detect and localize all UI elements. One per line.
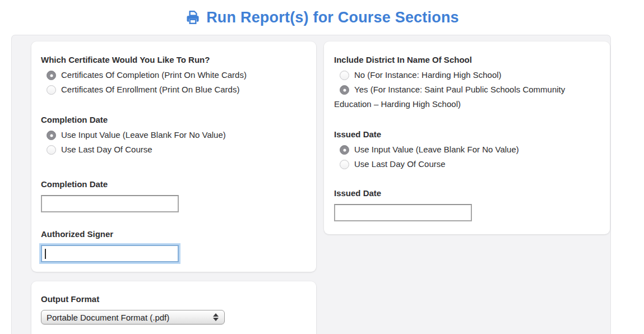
issued-date-choice-label: Issued Date bbox=[334, 129, 600, 140]
radio-button-icon[interactable] bbox=[340, 85, 349, 95]
print-icon bbox=[185, 10, 201, 25]
completion-date-input-wrap bbox=[41, 195, 179, 212]
radio-label: Use Input Value (Leave Blank For No Valu… bbox=[61, 130, 226, 140]
radio-button-icon[interactable] bbox=[340, 71, 349, 80]
select-stepper-icon bbox=[213, 313, 220, 321]
authorized-signer-field-label: Authorized Signer bbox=[41, 229, 306, 240]
radio-label: Certificates Of Completion (Print On Whi… bbox=[61, 70, 247, 80]
radio-completion-use-input-value[interactable]: Use Input Value (Leave Blank For No Valu… bbox=[41, 128, 306, 142]
district-options-card: Include District In Name Of School No (F… bbox=[324, 41, 610, 234]
page-title: Run Report(s) for Course Sections bbox=[185, 9, 459, 26]
radio-certificates-of-completion[interactable]: Certificates Of Completion (Print On Whi… bbox=[41, 68, 306, 82]
radio-button-icon[interactable] bbox=[340, 160, 349, 169]
radio-label: Use Last Day Of Course bbox=[61, 145, 152, 154]
page-title-text: Run Report(s) for Course Sections bbox=[206, 9, 459, 26]
issued-date-field-label: Issued Date bbox=[334, 188, 600, 199]
certificate-question-label: Which Certificate Would You Like To Run? bbox=[41, 54, 306, 66]
radio-issued-use-input-value[interactable]: Use Input Value (Leave Blank For No Valu… bbox=[334, 142, 600, 157]
issued-date-input[interactable] bbox=[334, 204, 472, 221]
radio-label: Yes (For Instance: Saint Paul Public Sch… bbox=[334, 85, 565, 109]
text-cursor bbox=[45, 249, 46, 259]
completion-date-field-label: Completion Date bbox=[41, 179, 306, 190]
output-format-select[interactable]: Portable Document Format (.pdf) bbox=[41, 310, 225, 324]
completion-date-radio-group: Use Input Value (Leave Blank For No Valu… bbox=[41, 128, 306, 157]
content-area: Which Certificate Would You Like To Run?… bbox=[11, 35, 611, 334]
radio-certificates-of-enrollment[interactable]: Certificates Of Enrollment (Print On Blu… bbox=[41, 82, 306, 97]
authorized-signer-input[interactable] bbox=[41, 245, 179, 262]
issued-date-radio-group: Use Input Value (Leave Blank For No Valu… bbox=[334, 142, 600, 171]
radio-button-icon[interactable] bbox=[47, 145, 56, 155]
output-format-label: Output Format bbox=[41, 294, 306, 305]
radio-issued-use-last-day[interactable]: Use Last Day Of Course bbox=[334, 157, 600, 171]
radio-label: Certificates Of Enrollment (Print On Blu… bbox=[61, 85, 239, 94]
authorized-signer-input-wrap bbox=[41, 245, 179, 262]
radio-button-icon[interactable] bbox=[47, 131, 56, 140]
output-format-selected-value: Portable Document Format (.pdf) bbox=[47, 313, 169, 322]
district-radio-group: No (For Instance: Harding High School) Y… bbox=[334, 68, 600, 112]
certificate-options-card: Which Certificate Would You Like To Run?… bbox=[31, 41, 316, 272]
radio-completion-use-last-day[interactable]: Use Last Day Of Course bbox=[41, 142, 306, 157]
radio-button-icon[interactable] bbox=[340, 145, 349, 155]
radio-button-icon[interactable] bbox=[47, 71, 56, 80]
radio-district-yes[interactable]: Yes (For Instance: Saint Paul Public Sch… bbox=[334, 82, 600, 112]
issued-date-input-wrap bbox=[334, 204, 472, 221]
certificate-radio-group: Certificates Of Completion (Print On Whi… bbox=[41, 68, 306, 97]
completion-date-input[interactable] bbox=[41, 195, 179, 212]
completion-date-choice-label: Completion Date bbox=[41, 114, 306, 126]
district-question-label: Include District In Name Of School bbox=[334, 54, 600, 66]
radio-label: No (For Instance: Harding High School) bbox=[354, 70, 502, 80]
radio-district-no[interactable]: No (For Instance: Harding High School) bbox=[334, 68, 600, 82]
radio-button-icon[interactable] bbox=[47, 85, 56, 95]
radio-label: Use Last Day Of Course bbox=[354, 159, 446, 169]
radio-label: Use Input Value (Leave Blank For No Valu… bbox=[354, 145, 519, 154]
page-header: Run Report(s) for Course Sections bbox=[0, 0, 644, 35]
output-format-card: Output Format Portable Document Format (… bbox=[31, 281, 316, 334]
